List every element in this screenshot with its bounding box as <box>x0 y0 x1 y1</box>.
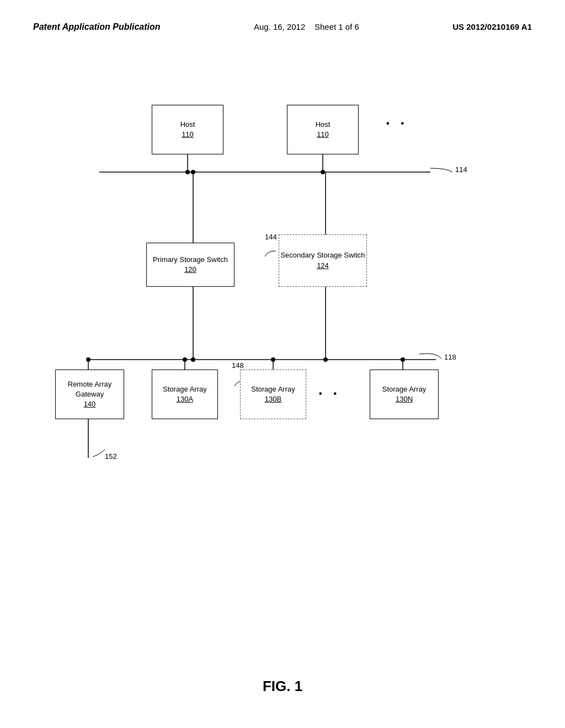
annotation-152: 152 <box>105 452 117 461</box>
storage-a-box: Storage Array 130A <box>152 370 218 419</box>
remote-gateway-label: Remote Array Gateway <box>56 379 124 399</box>
storage-a-id: 130A <box>177 394 193 404</box>
svg-point-2 <box>321 170 325 174</box>
svg-point-1 <box>185 170 190 174</box>
storage-n-box: Storage Array 130N <box>370 370 439 419</box>
sheet: Sheet 1 of 6 <box>315 22 359 31</box>
host1-box: Host 110 <box>152 105 223 154</box>
diagram: Host 110 Host 110 • • Primary Storage Sw… <box>44 88 521 585</box>
svg-point-11 <box>271 357 275 362</box>
header: Patent Application Publication Aug. 16, … <box>0 22 565 32</box>
host1-label: Host <box>180 120 195 130</box>
patent-number: US 2012/0210169 A1 <box>452 22 532 31</box>
remote-gateway-id: 140 <box>84 399 96 409</box>
annotation-114: 114 <box>455 165 467 174</box>
secondary-switch-id: 124 <box>317 261 329 271</box>
storage-a-label: Storage Array <box>163 384 207 394</box>
host2-label: Host <box>316 120 331 130</box>
date-sheet: Aug. 16, 2012 Sheet 1 of 6 <box>254 22 359 31</box>
storage-b-box: Storage Array 130B <box>240 370 306 419</box>
annotation-148: 148 <box>232 361 244 370</box>
figure-label: FIG. 1 <box>0 678 565 695</box>
annotation-144: 144 <box>265 233 277 241</box>
remote-gateway-box: Remote Array Gateway 140 <box>55 370 124 419</box>
primary-switch-box: Primary Storage Switch 120 <box>146 243 234 287</box>
primary-switch-label: Primary Storage Switch <box>153 255 228 265</box>
svg-point-10 <box>183 357 187 362</box>
diagram-lines <box>44 88 521 585</box>
svg-point-16 <box>323 357 328 362</box>
svg-point-14 <box>191 357 195 362</box>
host2-id: 110 <box>317 130 329 140</box>
storage-n-id: 130N <box>396 394 413 404</box>
date: Aug. 16, 2012 <box>254 22 305 31</box>
page: Patent Application Publication Aug. 16, … <box>0 0 565 728</box>
secondary-switch-label: Secondary Storage Switch <box>280 250 365 260</box>
primary-switch-id: 120 <box>184 265 196 275</box>
host1-id: 110 <box>182 130 194 140</box>
storage-b-label: Storage Array <box>251 384 295 394</box>
svg-point-6 <box>191 170 195 174</box>
dots-bottom: • • <box>319 389 339 399</box>
storage-b-id: 130B <box>265 394 281 404</box>
host2-box: Host 110 <box>287 105 359 154</box>
annotation-118: 118 <box>444 353 456 361</box>
secondary-switch-box: Secondary Storage Switch 124 <box>279 234 367 287</box>
publication-label: Patent Application Publication <box>33 22 161 32</box>
storage-n-label: Storage Array <box>382 384 427 394</box>
svg-point-9 <box>86 357 90 362</box>
dots-top: • • <box>386 119 406 129</box>
svg-point-12 <box>401 357 405 362</box>
